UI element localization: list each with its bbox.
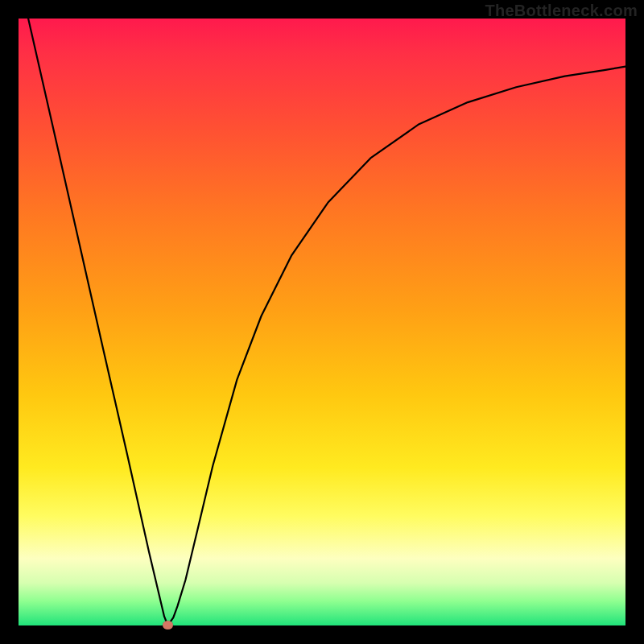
minimum-marker (163, 621, 173, 630)
chart-container: TheBottleneck.com (0, 0, 644, 644)
watermark-text: TheBottleneck.com (485, 2, 638, 20)
plot-area (19, 19, 625, 625)
